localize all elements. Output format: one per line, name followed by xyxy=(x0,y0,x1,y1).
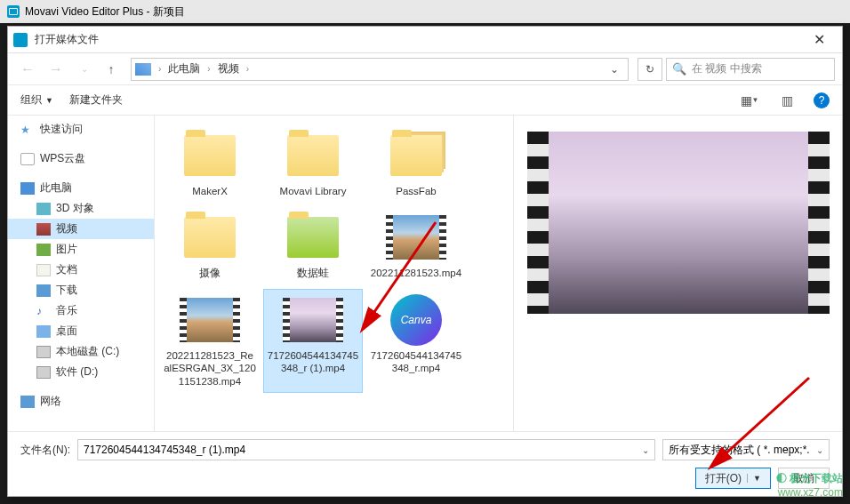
refresh-button[interactable]: ↻ xyxy=(638,58,662,81)
toolbar: 组织▼ 新建文件夹 ▦ ▼ ▥ ? xyxy=(8,85,842,116)
file-video-4[interactable]: Canva7172604544134745348_r.mp4 xyxy=(366,289,466,393)
folder-icon xyxy=(184,217,236,258)
chevron-right-icon: › xyxy=(156,64,163,74)
file-video-2[interactable]: 202211281523_RealESRGAN_3X_1201151238.mp… xyxy=(160,289,260,393)
chevron-right-icon: › xyxy=(245,64,251,74)
open-button[interactable]: 打开(O)▼ xyxy=(695,468,771,489)
dialog-icon xyxy=(13,33,28,47)
folder-makerx[interactable]: MakerX xyxy=(160,124,260,203)
recent-dropdown[interactable]: ⌄ xyxy=(72,57,97,82)
music-icon: ♪ xyxy=(36,305,51,317)
cloud-icon xyxy=(20,153,35,165)
filename-input[interactable]: 7172604544134745348_r (1).mp4 ⌄ xyxy=(77,439,655,460)
search-placeholder: 在 视频 中搜索 xyxy=(692,61,762,76)
tree-this-pc[interactable]: 此电脑 xyxy=(8,178,154,198)
preview-pane xyxy=(513,116,842,431)
drive-icon xyxy=(36,346,51,358)
close-button[interactable]: ✕ xyxy=(801,28,837,52)
search-input[interactable]: 🔍 在 视频 中搜索 xyxy=(666,58,835,81)
tree-network[interactable]: 网络 xyxy=(8,391,154,412)
tree-pictures[interactable]: 图片 xyxy=(8,239,154,260)
breadcrumb-dropdown[interactable]: ⌄ xyxy=(605,63,624,76)
filename-label: 文件名(N): xyxy=(20,443,70,458)
back-button[interactable]: ← xyxy=(15,57,40,82)
navigation-bar: ← → ⌄ ↑ › 此电脑 › 视频 › ⌄ ↻ 🔍 在 视频 中搜索 xyxy=(8,53,842,85)
file-open-dialog: 打开媒体文件 ✕ ← → ⌄ ↑ › 此电脑 › 视频 › ⌄ ↻ 🔍 在 视频… xyxy=(7,26,843,497)
folder-icon xyxy=(184,135,236,176)
download-icon xyxy=(36,284,51,297)
folder-icon xyxy=(390,135,442,176)
pc-icon xyxy=(20,182,35,195)
cube-icon xyxy=(36,203,51,215)
folder-icon xyxy=(287,135,339,176)
tree-documents[interactable]: 文档 xyxy=(8,260,154,280)
folder-movavi-library[interactable]: Movavi Library xyxy=(263,124,363,203)
document-icon xyxy=(36,264,51,276)
canva-icon: Canva xyxy=(390,294,442,346)
chevron-right-icon: › xyxy=(205,64,212,74)
breadcrumb-videos[interactable]: 视频 xyxy=(214,60,243,78)
pc-icon xyxy=(135,63,151,76)
tree-3d-objects[interactable]: 3D 对象 xyxy=(8,198,154,219)
dialog-body: ★快速访问 WPS云盘 此电脑 3D 对象 视频 图片 文档 下载 ♪音乐 桌面… xyxy=(8,116,842,431)
preview-toggle[interactable]: ▥ xyxy=(776,90,798,111)
folder-icon xyxy=(287,217,339,258)
tree-wps-cloud[interactable]: WPS云盘 xyxy=(8,148,154,169)
app-icon xyxy=(7,5,20,18)
tree-quick-access[interactable]: ★快速访问 xyxy=(8,119,154,140)
tree-d-drive[interactable]: 软件 (D:) xyxy=(8,362,154,382)
dialog-footer: 文件名(N): 7172604544134745348_r (1).mp4 ⌄ … xyxy=(8,431,842,496)
tree-desktop[interactable]: 桌面 xyxy=(8,321,154,341)
help-button[interactable]: ? xyxy=(814,92,830,108)
new-folder-button[interactable]: 新建文件夹 xyxy=(69,92,123,108)
file-video-1[interactable]: 202211281523.mp4 xyxy=(366,206,466,284)
tree-music[interactable]: ♪音乐 xyxy=(8,300,154,321)
breadcrumb[interactable]: › 此电脑 › 视频 › ⌄ xyxy=(131,58,629,81)
app-titlebar: Movavi Video Editor Plus - 新项目 xyxy=(0,0,850,23)
video-icon xyxy=(36,223,51,236)
network-icon xyxy=(20,396,35,408)
folder-passfab[interactable]: PassFab xyxy=(366,124,466,203)
forward-button[interactable]: → xyxy=(44,57,68,82)
desktop-icon xyxy=(36,325,51,338)
dialog-titlebar: 打开媒体文件 ✕ xyxy=(8,27,842,53)
filetype-filter[interactable]: 所有受支持的格式 ( *. mepx;*. ⌄ xyxy=(662,439,830,460)
search-icon: 🔍 xyxy=(672,62,686,76)
folder-camera[interactable]: 摄像 xyxy=(160,206,260,284)
star-icon: ★ xyxy=(20,124,35,136)
video-thumb-icon xyxy=(180,298,240,342)
breadcrumb-pc[interactable]: 此电脑 xyxy=(164,60,204,78)
folder-datafrog[interactable]: 数据蛙 xyxy=(263,206,363,284)
preview-video xyxy=(527,132,830,314)
file-grid[interactable]: MakerX Movavi Library PassFab 摄像 数据蛙 202… xyxy=(155,116,513,431)
app-title: Movavi Video Editor Plus - 新项目 xyxy=(25,4,185,20)
file-video-3[interactable]: 7172604544134745348_r (1).mp4 xyxy=(263,289,363,393)
cancel-button[interactable]: 取消 xyxy=(778,468,830,489)
tree-c-drive[interactable]: 本地磁盘 (C:) xyxy=(8,341,154,362)
video-thumb-icon xyxy=(283,298,343,342)
tree-videos[interactable]: 视频 xyxy=(8,219,154,239)
dialog-title: 打开媒体文件 xyxy=(35,32,801,47)
up-button[interactable]: ↑ xyxy=(100,57,122,82)
drive-icon xyxy=(36,366,51,379)
chevron-down-icon: ⌄ xyxy=(816,445,823,455)
file-area: MakerX Movavi Library PassFab 摄像 数据蛙 202… xyxy=(155,116,842,431)
organize-menu[interactable]: 组织▼ xyxy=(20,92,53,108)
tree-downloads[interactable]: 下载 xyxy=(8,280,154,300)
video-thumb-icon xyxy=(386,215,446,260)
view-menu[interactable]: ▦ ▼ xyxy=(739,90,760,111)
navigation-tree: ★快速访问 WPS云盘 此电脑 3D 对象 视频 图片 文档 下载 ♪音乐 桌面… xyxy=(8,116,155,431)
picture-icon xyxy=(36,244,51,256)
chevron-down-icon[interactable]: ⌄ xyxy=(642,445,649,455)
